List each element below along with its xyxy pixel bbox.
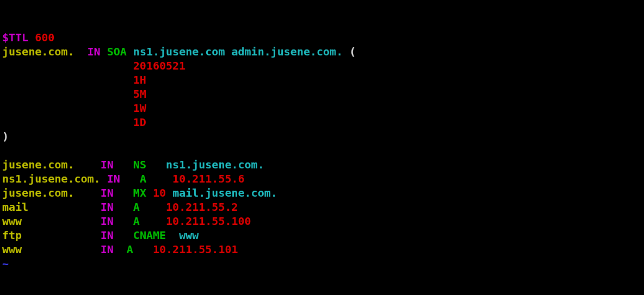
rec5-value: 10.211.55.100 [166, 215, 251, 228]
rec3-type: MX [133, 186, 146, 199]
open-paren: ( [349, 45, 356, 58]
rec5-class: IN [101, 215, 114, 228]
rec3-priority: 10 [153, 186, 166, 199]
vim-tilde: ~ [2, 257, 9, 270]
rec1-name: jusene.com. [2, 158, 74, 171]
soa-origin: jusene.com. [2, 45, 74, 58]
soa-class: IN [88, 45, 101, 58]
rec3-value: mail.jusene.com. [172, 186, 277, 199]
rec4-value: 10.211.55.2 [166, 200, 238, 214]
rec7-type: A [127, 243, 133, 256]
soa-refresh: 1H [133, 73, 146, 86]
zone-file: $TTL 600 jusene.com. IN SOA ns1.jusene.c… [2, 30, 642, 271]
ttl-directive: $TTL [2, 31, 28, 44]
rec7-class: IN [101, 243, 114, 256]
rec2-value: 10.211.55.6 [172, 172, 244, 185]
rec5-type: A [133, 215, 140, 228]
rec2-class: IN [107, 172, 120, 185]
soa-expire: 1W [133, 102, 146, 115]
soa-retry: 5M [133, 87, 146, 101]
rec5-name: www [2, 215, 22, 228]
rec4-type: A [133, 200, 140, 214]
soa-serial: 20160521 [133, 59, 185, 72]
rec1-type: NS [133, 158, 146, 171]
soa-type: SOA [107, 45, 127, 58]
soa-minimum: 1D [133, 116, 146, 129]
rec6-value: www [179, 229, 199, 242]
ttl-value: 600 [35, 31, 54, 44]
rec3-class: IN [101, 186, 114, 199]
soa-contact: admin.jusene.com. [231, 45, 343, 58]
rec6-type: CNAME [133, 229, 166, 242]
rec4-name: mail [2, 200, 28, 214]
rec1-class: IN [101, 158, 114, 171]
rec1-value: ns1.jusene.com. [166, 158, 264, 171]
rec6-class: IN [101, 229, 114, 242]
rec2-type: A [140, 172, 146, 185]
close-paren: ) [2, 130, 9, 143]
soa-ns: ns1.jusene.com [133, 45, 225, 58]
rec3-name: jusene.com. [2, 186, 74, 199]
rec7-name: www [2, 243, 22, 256]
rec4-class: IN [101, 200, 114, 214]
rec7-value: 10.211.55.101 [153, 243, 238, 256]
rec2-name: ns1.jusene.com. [2, 172, 101, 185]
rec6-name: ftp [2, 229, 22, 242]
